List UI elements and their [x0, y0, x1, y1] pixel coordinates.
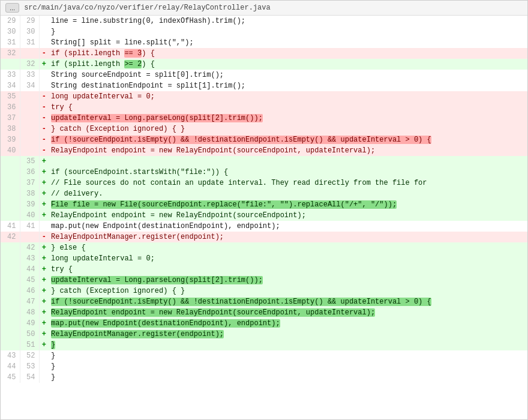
table-row: 49+ map.put(new Endpoint(destinationEndp… [1, 318, 527, 329]
diff-marker: - [39, 145, 49, 156]
line-number-new [20, 124, 39, 134]
code-cell: if (sourceEndpoint.startsWith("file:")) … [49, 167, 527, 178]
code-cell: try { [49, 102, 527, 113]
line-number-new: 34 [20, 80, 39, 91]
diff-marker: + [39, 167, 49, 178]
code-cell: } [49, 26, 527, 37]
line-number-old [1, 178, 20, 188]
line-number-new: 46 [20, 286, 39, 296]
code-cell [49, 156, 527, 167]
diff-marker [39, 26, 49, 37]
diff-marker: + [39, 329, 49, 340]
line-number-new: 40 [20, 210, 39, 221]
diff-marker: + [39, 275, 49, 286]
line-number-old: 29 [1, 16, 20, 26]
code-cell: if (split.length == 3) { [49, 48, 527, 59]
line-number-new [20, 232, 39, 242]
diff-marker: + [39, 156, 49, 167]
diff-marker: + [39, 296, 49, 307]
line-number-new [20, 134, 39, 145]
table-row: 51+ } [1, 340, 527, 350]
line-number-old: 38 [1, 124, 20, 134]
diff-marker: + [39, 264, 49, 275]
code-cell: map.put(new Endpoint(destinationEndpoint… [49, 221, 527, 232]
code-cell: line = line.substring(0, indexOfHash).tr… [49, 16, 527, 26]
line-number-old [1, 59, 20, 70]
line-number-old [1, 275, 20, 286]
diff-marker [39, 221, 49, 232]
code-cell: try { [49, 264, 527, 275]
diff-marker: + [39, 286, 49, 296]
table-row: 35- long updateInterval = 0; [1, 91, 527, 102]
diff-marker: - [39, 134, 49, 145]
line-number-old: 45 [1, 372, 20, 383]
code-cell: RelayEndpointManager.register(endpoint); [49, 232, 527, 242]
diff-marker [39, 16, 49, 26]
table-row: 37+ // File sources do not contain an up… [1, 178, 527, 188]
code-cell: File file = new File(sourceEndpoint.repl… [49, 199, 527, 210]
table-row: 38- } catch (Exception ignored) { } [1, 124, 527, 134]
code-cell: } [49, 340, 527, 350]
diff-marker [39, 80, 49, 91]
code-cell: String[] split = line.split(","); [49, 37, 527, 48]
line-number-new: 50 [20, 329, 39, 340]
diff-marker: + [39, 188, 49, 199]
table-row: 2929 line = line.substring(0, indexOfHas… [1, 16, 527, 26]
table-row: 3131 String[] split = line.split(","); [1, 37, 527, 48]
code-cell: updateInterval = Long.parseLong(split[2]… [49, 113, 527, 124]
table-row: 36- try { [1, 102, 527, 113]
table-row: 48+ RelayEndpoint endpoint = new RelayEn… [1, 307, 527, 318]
line-number-old: 44 [1, 361, 20, 372]
line-number-new [20, 91, 39, 102]
table-row: 3434 String destinationEndpoint = split[… [1, 80, 527, 91]
table-row: 42- RelayEndpointManager.register(endpoi… [1, 232, 527, 242]
code-cell: if (!sourceEndpoint.isEmpty() && !destin… [49, 134, 527, 145]
line-number-new: 38 [20, 188, 39, 199]
diff-marker [39, 350, 49, 361]
line-number-new: 29 [20, 16, 39, 26]
line-number-old [1, 286, 20, 296]
line-number-old: 34 [1, 80, 20, 91]
line-number-old [1, 264, 20, 275]
diff-marker: - [39, 102, 49, 113]
diff-marker: - [39, 48, 49, 59]
code-cell: if (!sourceEndpoint.isEmpty() && !destin… [49, 296, 527, 307]
line-number-old: 30 [1, 26, 20, 37]
code-cell: } catch (Exception ignored) { } [49, 286, 527, 296]
diff-marker: + [39, 253, 49, 264]
code-cell: String sourceEndpoint = split[0].trim(); [49, 70, 527, 80]
line-number-new: 51 [20, 340, 39, 350]
table-row: 45+ updateInterval = Long.parseLong(spli… [1, 275, 527, 286]
diff-marker: + [39, 59, 49, 70]
code-cell: long updateInterval = 0; [49, 91, 527, 102]
table-row: 40- RelayEndpoint endpoint = new RelayEn… [1, 145, 527, 156]
code-cell: } [49, 350, 527, 361]
diff-marker [39, 37, 49, 48]
table-row: 37- updateInterval = Long.parseLong(spli… [1, 113, 527, 124]
diff-marker [39, 70, 49, 80]
line-number-old: 41 [1, 221, 20, 232]
ellipsis-button[interactable]: ... [5, 3, 19, 13]
file-path: src/main/java/co/nyzo/verifier/relay/Rel… [24, 4, 270, 12]
line-number-new: 36 [20, 167, 39, 178]
code-area[interactable]: 2929 line = line.substring(0, indexOfHas… [1, 16, 527, 419]
line-number-old [1, 167, 20, 178]
line-number-old: 42 [1, 232, 20, 242]
main-window: ... src/main/java/co/nyzo/verifier/relay… [0, 0, 528, 420]
line-number-new: 30 [20, 26, 39, 37]
diff-marker: + [39, 307, 49, 318]
code-cell: } [49, 372, 527, 383]
table-row: 4453 } [1, 361, 527, 372]
line-number-new: 53 [20, 361, 39, 372]
line-number-new: 47 [20, 296, 39, 307]
line-number-old [1, 296, 20, 307]
code-cell: } else { [49, 242, 527, 253]
line-number-new [20, 145, 39, 156]
code-cell: // delivery. [49, 188, 527, 199]
line-number-old: 31 [1, 37, 20, 48]
diff-table: 2929 line = line.substring(0, indexOfHas… [1, 16, 527, 383]
diff-marker: + [39, 242, 49, 253]
code-cell: String destinationEndpoint = split[1].tr… [49, 80, 527, 91]
line-number-old: 36 [1, 102, 20, 113]
diff-marker: + [39, 318, 49, 329]
